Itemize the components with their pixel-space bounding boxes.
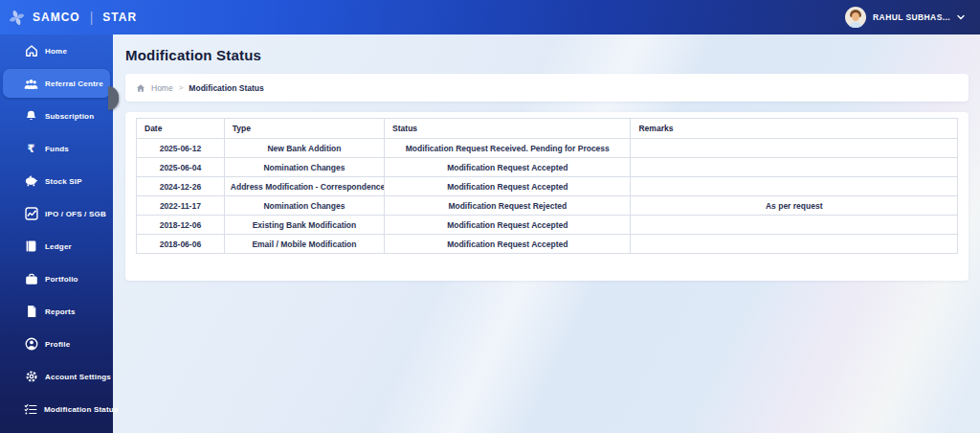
sidebar-item-ledger[interactable]: Ledger (0, 230, 113, 262)
modification-status-table: DateTypeStatusRemarks 2025-06-12New Bank… (136, 118, 958, 254)
user-menu[interactable]: RAHUL SUBHAS... (845, 0, 965, 34)
table-cell: Modification Request Accepted (385, 177, 631, 196)
sidebar-item-label: Reports (45, 308, 76, 316)
breadcrumb: Home > Modification Status (125, 74, 969, 102)
bell-icon (24, 109, 38, 124)
brand-name: SAMCO (33, 11, 80, 24)
sidebar-item-subscription[interactable]: Subscription (0, 100, 113, 132)
table-cell (631, 177, 958, 196)
table-cell: Email / Mobile Modification (224, 235, 384, 254)
user-circle-icon (24, 337, 38, 352)
table-row: 2018-06-06Email / Mobile ModificationMod… (137, 235, 958, 254)
home-icon (136, 83, 145, 93)
table-row: 2024-12-26Address Modification - Corresp… (137, 177, 958, 196)
brand-product: STAR (102, 11, 137, 24)
table-cell: Nomination Changes (224, 196, 384, 216)
user-name: RAHUL SUBHAS... (873, 12, 950, 22)
sidebar-item-label: Subscription (45, 112, 94, 121)
breadcrumb-home-link[interactable]: Home (151, 83, 173, 93)
home-icon (24, 44, 38, 58)
table-cell: 2022-11-17 (137, 196, 225, 216)
table-cell: 2025-06-04 (137, 158, 225, 177)
breadcrumb-current: Modification Status (189, 83, 263, 93)
sidebar-item-label: Account Settings (45, 373, 111, 381)
chart-icon (24, 207, 38, 221)
table-cell: As per request (631, 196, 958, 216)
book-icon (24, 239, 38, 254)
sidebar-item-label: Portfolio (45, 275, 78, 284)
sidebar-item-reports[interactable]: Reports (0, 295, 113, 328)
topbar: SAMCO | STAR RAHUL SUBHAS... (0, 0, 980, 34)
table-cell (631, 158, 958, 177)
sidebar-item-label: Referral Centre (45, 80, 103, 88)
users-icon (24, 77, 38, 91)
table-cell (631, 139, 958, 158)
gear-icon (24, 370, 38, 384)
column-header-status: Status (385, 119, 631, 139)
table-cell: Nomination Changes (224, 158, 384, 177)
table-cell (631, 216, 958, 235)
table-cell: Existing Bank Modification (224, 216, 384, 235)
sidebar-item-label: Modification Status (44, 405, 119, 414)
sidebar-item-account-settings[interactable]: Account Settings (0, 360, 113, 393)
table-cell: 2024-12-26 (137, 177, 225, 196)
table-cell: 2025-06-12 (137, 139, 225, 158)
table-cell (631, 235, 958, 254)
table-row: 2018-12-06Existing Bank ModificationModi… (137, 216, 958, 235)
table-row: 2022-11-17Nomination ChangesModification… (137, 196, 958, 216)
sidebar-item-label: IPO / OFS / SGB (45, 210, 106, 218)
table-cell: 2018-12-06 (137, 216, 225, 235)
sidebar-item-label: Profile (45, 340, 70, 349)
table-row: 2025-06-12New Bank AdditionModification … (137, 139, 958, 158)
piggy-bank-icon (24, 174, 38, 189)
modification-status-card: DateTypeStatusRemarks 2025-06-12New Bank… (125, 112, 969, 281)
sidebar-item-label: Home (45, 47, 67, 56)
table-row: 2025-06-04Nomination ChangesModification… (137, 158, 958, 177)
breadcrumb-separator: > (179, 83, 184, 92)
sidebar-item-stock-sip[interactable]: Stock SIP (0, 165, 113, 197)
table-cell: 2018-06-06 (137, 235, 225, 254)
table-cell: Modification Request Rejected (385, 196, 631, 216)
file-icon (24, 305, 38, 319)
page-title: Modification Status (125, 47, 261, 63)
column-header-date: Date (137, 119, 225, 139)
chevron-down-icon (957, 14, 965, 20)
sidebar-item-label: Stock SIP (45, 177, 82, 186)
table-cell: Modification Request Accepted (385, 216, 631, 235)
table-cell: Modification Request Accepted (385, 158, 631, 177)
sidebar-item-home[interactable]: Home (0, 34, 113, 67)
sidebar-item-modification-status[interactable]: Modification Status (0, 393, 113, 425)
sidebar-item-funds[interactable]: ₹Funds (0, 132, 113, 165)
sidebar: HomeReferral CentreSubscription₹FundsSto… (0, 34, 113, 433)
rupee-icon: ₹ (24, 142, 38, 156)
sidebar-item-label: Ledger (45, 242, 72, 251)
main-content: Modification Status Home > Modification … (113, 34, 980, 433)
svg-text:₹: ₹ (28, 142, 35, 155)
brand-divider: | (90, 10, 94, 25)
checklist-icon (24, 402, 37, 417)
sidebar-item-profile[interactable]: Profile (0, 328, 113, 360)
samco-pinwheel-icon (8, 9, 26, 27)
sidebar-item-portfolio[interactable]: Portfolio (0, 262, 113, 295)
sidebar-item-label: Funds (45, 145, 69, 153)
briefcase-icon (24, 272, 38, 286)
avatar (845, 7, 866, 28)
column-header-remarks: Remarks (631, 119, 958, 139)
table-cell: Modification Request Accepted (385, 235, 631, 254)
table-cell: Modification Request Received. Pending f… (385, 139, 631, 158)
sidebar-item-ipo-ofs-sgb[interactable]: IPO / OFS / SGB (0, 197, 113, 230)
column-header-type: Type (224, 119, 384, 139)
table-cell: New Bank Addition (224, 139, 384, 158)
sidebar-item-referral-centre[interactable]: Referral Centre (0, 67, 113, 100)
table-cell: Address Modification - Correspondence (224, 177, 384, 196)
brand-logo[interactable]: SAMCO | STAR (0, 9, 137, 27)
